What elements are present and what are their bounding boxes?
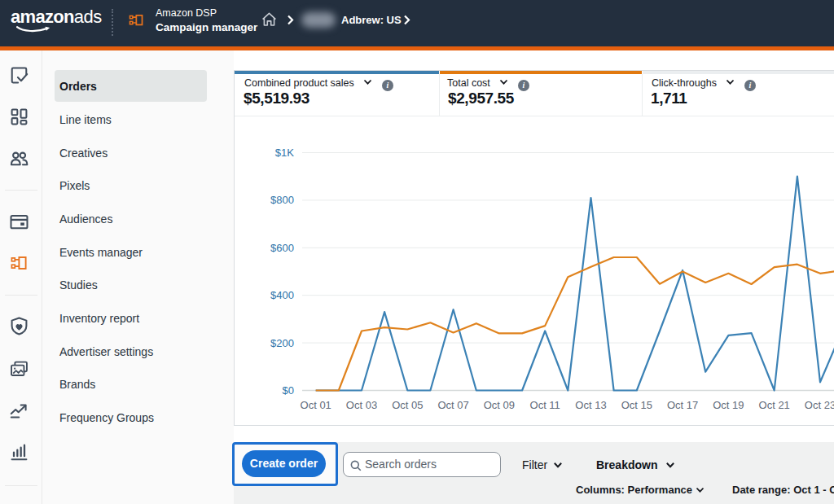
- svg-text:Oct 05: Oct 05: [392, 399, 423, 411]
- svg-text:$1K: $1K: [275, 147, 294, 159]
- svg-text:$400: $400: [270, 289, 294, 301]
- svg-text:Oct 15: Oct 15: [621, 399, 652, 411]
- svg-text:Oct 13: Oct 13: [575, 399, 606, 411]
- svg-text:$600: $600: [270, 242, 294, 254]
- svg-text:Oct 09: Oct 09: [484, 399, 515, 411]
- svg-text:Oct 19: Oct 19: [713, 399, 744, 411]
- svg-text:Oct 21: Oct 21: [759, 399, 790, 411]
- svg-text:Oct 03: Oct 03: [346, 399, 377, 411]
- svg-text:$0: $0: [283, 384, 294, 397]
- svg-text:Oct 07: Oct 07: [437, 399, 468, 411]
- svg-text:Oct 23: Oct 23: [805, 399, 834, 411]
- svg-text:Oct 17: Oct 17: [667, 399, 698, 411]
- svg-text:$200: $200: [270, 337, 294, 349]
- svg-text:$800: $800: [270, 194, 294, 206]
- svg-text:Oct 01: Oct 01: [301, 399, 331, 411]
- svg-text:Oct 11: Oct 11: [530, 399, 560, 411]
